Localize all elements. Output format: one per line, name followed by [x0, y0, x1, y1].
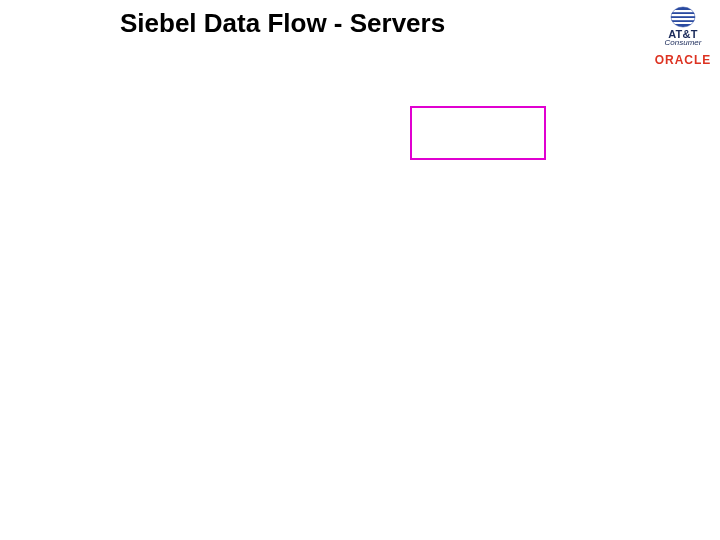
- att-logo: AT&T Consumer: [665, 6, 702, 47]
- att-logo-sub: Consumer: [665, 39, 702, 47]
- page-title: Siebel Data Flow - Servers: [120, 8, 445, 39]
- svg-rect-3: [671, 18, 695, 20]
- diagram-box: [410, 106, 546, 160]
- svg-rect-4: [671, 22, 695, 24]
- att-globe-icon: [670, 6, 696, 28]
- oracle-logo: ORACLE: [655, 53, 712, 67]
- svg-rect-2: [671, 14, 695, 16]
- svg-rect-1: [671, 10, 695, 12]
- slide: Siebel Data Flow - Servers AT&T Consumer…: [0, 0, 720, 540]
- logo-group: AT&T Consumer ORACLE: [648, 6, 718, 67]
